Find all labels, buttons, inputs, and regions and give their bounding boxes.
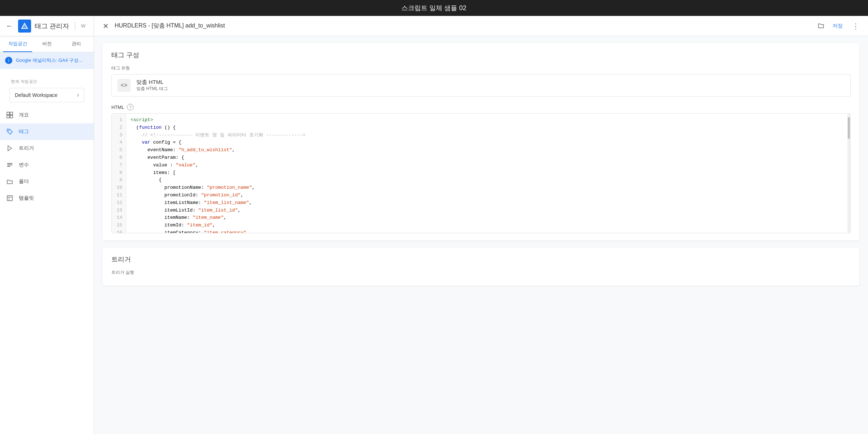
scrollbar-track[interactable] xyxy=(847,114,850,233)
info-icon: i xyxy=(5,57,12,64)
line-number: 1 xyxy=(115,116,122,124)
templates-label: 템플릿 xyxy=(19,195,34,201)
folders-icon xyxy=(6,178,14,186)
code-line: itemListName: "item_list_name", xyxy=(131,199,846,207)
sidebar-item-triggers[interactable]: 트리거 xyxy=(0,140,94,157)
triggers-label: 트리거 xyxy=(19,145,34,152)
code-line: { xyxy=(131,176,846,184)
sidebar-header: ← 태그 관리자 W xyxy=(0,16,94,36)
svg-rect-11 xyxy=(7,196,12,201)
code-line: eventParam: { xyxy=(131,154,846,162)
info-banner-text: Google 애널리틱스: GA4 구성... xyxy=(16,57,82,64)
line-number: 8 xyxy=(115,169,122,177)
svg-rect-8 xyxy=(7,163,12,164)
tag-editor-content: 태그 구성 태그 유형 <> 맞춤 HTML 맞춤 HTML 태그 HTML xyxy=(94,36,868,300)
tag-type-desc: 맞춤 HTML 태그 xyxy=(136,86,168,92)
tab-workspace[interactable]: 작업공간 xyxy=(3,36,32,52)
line-number: 7 xyxy=(115,162,122,169)
line-number: 14 xyxy=(115,214,122,222)
svg-rect-5 xyxy=(10,115,13,118)
code-line: promotionName: "promotion_name", xyxy=(131,184,846,192)
code-line: itemId: "item_id", xyxy=(131,222,846,229)
app-name: 태그 관리자 xyxy=(35,22,69,30)
info-banner[interactable]: i Google 애널리틱스: GA4 구성... xyxy=(0,52,94,69)
trigger-title: 트리거 xyxy=(111,255,851,264)
tag-type-row[interactable]: <> 맞춤 HTML 맞춤 HTML 태그 xyxy=(111,74,851,97)
svg-rect-9 xyxy=(7,165,12,165)
html-section: HTML ? 12345678910111213141516171819 <sc… xyxy=(111,104,851,233)
code-line: itemName: "item_name", xyxy=(131,214,846,222)
workspace-arrow-icon: › xyxy=(77,92,79,98)
svg-rect-10 xyxy=(7,166,10,167)
app-logo xyxy=(18,20,31,33)
line-number: 16 xyxy=(115,229,122,233)
code-line: items: [ xyxy=(131,169,846,177)
title-bar: 스크립트 일체 샘플 02 xyxy=(0,0,868,16)
title-bar-label: 스크립트 일체 샘플 02 xyxy=(401,4,466,12)
code-editor[interactable]: 12345678910111213141516171819 <script> (… xyxy=(111,113,851,233)
tag-config-card: 태그 구성 태그 유형 <> 맞춤 HTML 맞춤 HTML 태그 HTML xyxy=(103,43,859,241)
code-line: eventName: "h_add_to_wishlist", xyxy=(131,146,846,154)
code-line: // <!------------- 이벤트 명 및 파라미터 초기화 ----… xyxy=(131,132,846,139)
tag-config-title: 태그 구성 xyxy=(111,51,851,59)
sidebar-nav: 개요 태그 트리거 변 xyxy=(0,107,94,434)
sidebar-item-overview[interactable]: 개요 xyxy=(0,107,94,123)
workspace-short: W xyxy=(81,23,85,29)
html-label: HTML xyxy=(111,105,124,110)
sidebar-item-tags[interactable]: 태그 xyxy=(0,123,94,140)
scrollbar-thumb[interactable] xyxy=(848,117,850,139)
tag-type-info: 맞춤 HTML 맞춤 HTML 태그 xyxy=(136,79,168,92)
folders-label: 폴더 xyxy=(19,178,29,185)
line-number: 4 xyxy=(115,139,122,146)
separator xyxy=(75,22,75,30)
tag-type-code-icon: <> xyxy=(118,79,131,92)
code-line: value : "value", xyxy=(131,162,846,169)
code-line: var config = { xyxy=(131,139,846,146)
workspace-item[interactable]: Default Workspace › xyxy=(9,88,84,102)
line-number: 2 xyxy=(115,124,122,132)
svg-point-6 xyxy=(8,130,9,131)
overview-icon xyxy=(6,111,14,119)
sidebar-tabs: 작업공간 버전 관리 xyxy=(0,36,94,52)
templates-icon xyxy=(6,194,14,202)
save-button[interactable]: 저장 xyxy=(829,21,846,31)
sidebar-item-templates[interactable]: 템플릿 xyxy=(0,190,94,207)
tags-label: 태그 xyxy=(19,128,29,135)
svg-rect-2 xyxy=(7,112,9,115)
tags-icon xyxy=(6,128,14,136)
folder-icon[interactable] xyxy=(817,22,825,30)
line-numbers: 12345678910111213141516171819 xyxy=(112,114,126,233)
workspace-name: Default Workspace xyxy=(15,92,58,98)
html-label-row: HTML ? xyxy=(111,104,851,110)
help-icon[interactable]: ? xyxy=(127,104,133,110)
trigger-field-label: 트리거 실행 xyxy=(111,269,851,276)
svg-marker-7 xyxy=(8,146,12,151)
code-line: <script> xyxy=(131,116,846,124)
tab-version[interactable]: 버전 xyxy=(32,36,61,52)
tab-manage[interactable]: 관리 xyxy=(61,36,91,52)
line-number: 13 xyxy=(115,207,122,214)
sidebar-item-variables[interactable]: 변수 xyxy=(0,157,94,173)
tag-editor-header: ✕ HURDLERS - [맞춤 HTML] add_to_wishlist 저… xyxy=(94,16,868,36)
line-number: 12 xyxy=(115,199,122,207)
more-button[interactable]: ⋮ xyxy=(851,20,861,32)
line-number: 6 xyxy=(115,154,122,162)
back-button[interactable]: ← xyxy=(4,20,14,31)
main-panel: ✕ HURDLERS - [맞춤 HTML] add_to_wishlist 저… xyxy=(94,16,868,434)
workspace-section-label: 현재 작업공간 xyxy=(5,73,89,86)
svg-rect-3 xyxy=(10,112,13,115)
line-number: 15 xyxy=(115,222,122,229)
variables-label: 변수 xyxy=(19,162,29,168)
tag-type-name: 맞춤 HTML xyxy=(136,79,168,86)
sidebar-item-folders[interactable]: 폴더 xyxy=(0,173,94,190)
close-button[interactable]: ✕ xyxy=(101,20,110,32)
svg-rect-4 xyxy=(7,115,9,118)
triggers-icon xyxy=(6,144,14,152)
line-number: 3 xyxy=(115,132,122,139)
line-number: 10 xyxy=(115,184,122,192)
trigger-card: 트리거 트리거 실행 xyxy=(103,248,859,286)
code-line: promotionId: "promotion_id", xyxy=(131,192,846,199)
line-number: 5 xyxy=(115,146,122,154)
code-line: itemCategory: "item_category", xyxy=(131,229,846,233)
code-content: <script> (function () { // <!-----------… xyxy=(126,114,850,233)
